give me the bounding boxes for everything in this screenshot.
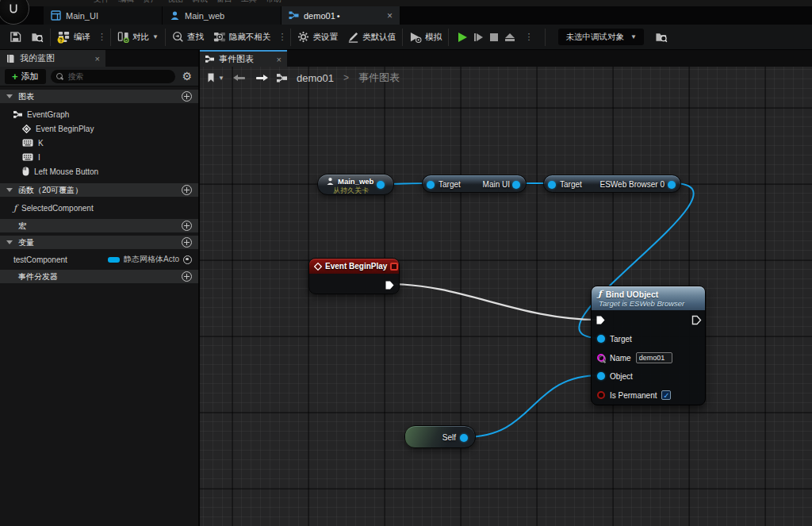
section-label: 宏 <box>18 221 26 232</box>
forward-arrow-icon[interactable] <box>255 75 267 82</box>
play-icon[interactable] <box>458 33 467 42</box>
class-settings-button[interactable]: 类设置 <box>293 25 343 50</box>
hide-unrelated-button[interactable]: 隐藏不相关 <box>209 25 276 50</box>
menu-item[interactable]: 视图 <box>167 0 183 2</box>
find-button[interactable]: 查找 <box>167 25 209 50</box>
item-selectedcomponent[interactable]: ƒ SelectedComponent <box>0 201 198 215</box>
tab-main-ui[interactable]: Main_UI <box>44 6 163 25</box>
visibility-eye-icon[interactable] <box>183 255 192 264</box>
section-functions[interactable]: 函数（20可覆盖） <box>0 183 198 197</box>
node-get-main-ui[interactable]: Target Main UI <box>422 175 527 193</box>
item-eventgraph[interactable]: EventGraph <box>0 107 198 121</box>
function-icon: ƒ <box>13 203 17 213</box>
tab-my-blueprint[interactable]: 我的蓝图 × <box>0 50 105 67</box>
output-pin[interactable] <box>668 181 676 189</box>
item-key-i[interactable]: I <box>0 150 198 164</box>
hide-options-icon[interactable]: ⋮ <box>275 32 289 42</box>
menu-item[interactable]: 调试 <box>192 0 208 2</box>
back-arrow-icon[interactable] <box>234 75 246 82</box>
collapse-icon[interactable] <box>6 94 13 98</box>
close-icon[interactable]: × <box>95 54 100 63</box>
search-box[interactable] <box>51 70 176 83</box>
object-pin[interactable] <box>597 372 605 380</box>
collapse-icon[interactable] <box>6 188 13 192</box>
class-defaults-button[interactable]: 类默认值 <box>343 25 400 50</box>
settings-gear-icon[interactable]: ⚙ <box>180 70 193 83</box>
breadcrumb-root[interactable]: demo01 <box>297 72 334 84</box>
tab-event-graph[interactable]: 事件图表 × <box>200 50 287 67</box>
add-macro-icon[interactable] <box>182 221 192 231</box>
wire-exec[interactable] <box>390 284 598 320</box>
exec-output-pin[interactable] <box>691 315 702 325</box>
tab-demo01[interactable]: demo01• × <box>282 6 400 25</box>
is-permanent-checkbox[interactable] <box>661 390 671 400</box>
target-pin[interactable] <box>597 335 605 343</box>
simulate-button[interactable]: 模拟 <box>404 25 446 50</box>
input-pin[interactable] <box>427 181 435 189</box>
compile-icon <box>57 30 71 44</box>
section-macros[interactable]: 宏 <box>0 219 198 232</box>
menu-item[interactable]: 工具 <box>241 0 257 2</box>
name-pin[interactable] <box>597 354 605 362</box>
step-icon[interactable] <box>474 33 484 41</box>
name-value-input[interactable] <box>636 352 672 363</box>
item-event-beginplay[interactable]: Event BeginPlay <box>0 121 198 136</box>
variable-testcomponent[interactable]: testComponent 静态网格体Acto <box>0 252 198 267</box>
close-icon[interactable]: × <box>277 55 282 64</box>
menu-item[interactable]: 帮助 <box>266 0 282 2</box>
menu-item[interactable]: 编辑 <box>118 0 134 2</box>
menu-item[interactable]: 文件 <box>94 0 109 2</box>
search-input[interactable] <box>68 72 170 81</box>
node-get-browser[interactable]: Target ESWeb Browser 0 <box>543 175 681 193</box>
add-button[interactable]: + 添加 <box>5 69 46 84</box>
exec-output-pin[interactable] <box>385 280 395 290</box>
debug-browse-button[interactable] <box>650 25 672 50</box>
save-button[interactable] <box>5 25 26 50</box>
compile-button[interactable]: 编译 <box>52 25 95 50</box>
menu-item[interactable]: 窗口 <box>216 0 232 2</box>
search-icon <box>56 73 63 80</box>
compile-options-icon[interactable]: ⋮ <box>95 32 109 42</box>
output-pin[interactable] <box>512 181 520 189</box>
is-permanent-pin[interactable] <box>597 391 605 399</box>
actor-icon <box>326 177 335 186</box>
node-main-web[interactable]: Main_web 从持久关卡 <box>317 174 394 195</box>
item-key-k[interactable]: K <box>0 136 198 150</box>
section-graphs[interactable]: 图表 <box>0 90 198 103</box>
stop-icon[interactable] <box>490 33 498 41</box>
diff-button[interactable]: 对比 ▼ <box>113 25 163 50</box>
close-icon[interactable]: × <box>387 11 393 21</box>
node-header: Event BeginPlay <box>309 259 399 274</box>
add-dispatcher-icon[interactable] <box>182 271 192 282</box>
output-pin[interactable] <box>460 434 468 442</box>
eject-icon[interactable] <box>505 33 515 41</box>
menu-item[interactable]: 资产 <box>143 0 159 2</box>
tab-label: Main_web <box>185 11 224 21</box>
document-tab-bar: Main_UI Main_web demo01• × <box>0 6 812 25</box>
exec-input-pin[interactable] <box>596 315 606 325</box>
section-label: 事件分发器 <box>18 271 58 282</box>
wire-self-to-object[interactable] <box>465 375 600 437</box>
add-variable-icon[interactable] <box>182 237 192 248</box>
bookmark-button[interactable]: ▼ <box>207 73 224 83</box>
add-graph-icon[interactable] <box>182 91 192 102</box>
play-options-icon[interactable]: ⋮ <box>522 32 535 42</box>
tab-main-web[interactable]: Main_web <box>163 6 282 25</box>
section-dispatchers[interactable]: 事件分发器 <box>0 270 198 283</box>
browse-button[interactable] <box>26 25 48 50</box>
section-variables[interactable]: 变量 <box>0 236 198 249</box>
my-blueprint-panel: 我的蓝图 × + 添加 ⚙ 图表 EventGraph Event BeginP… <box>0 50 198 526</box>
item-left-mouse-button[interactable]: Left Mouse Button <box>0 164 198 179</box>
node-bind-uobject[interactable]: ƒ Bind UObject Target is ESWeb Browser T… <box>591 286 706 405</box>
gear-icon <box>297 31 309 43</box>
output-pin[interactable] <box>377 181 385 189</box>
node-event-beginplay[interactable]: Event BeginPlay <box>308 258 400 294</box>
debug-object-dropdown[interactable]: 未选中调试对象 ▼ <box>558 29 643 45</box>
input-pin[interactable] <box>548 181 556 189</box>
pin-label: Is Permanent <box>610 391 657 400</box>
add-function-icon[interactable] <box>182 185 192 195</box>
graph-tab-row: 事件图表 × <box>200 50 812 67</box>
graph-canvas[interactable]: ▼ demo01 > 事件图表 Main_web 从持久关卡 <box>200 67 812 526</box>
node-self[interactable]: Self <box>404 425 476 448</box>
collapse-icon[interactable] <box>6 240 13 244</box>
